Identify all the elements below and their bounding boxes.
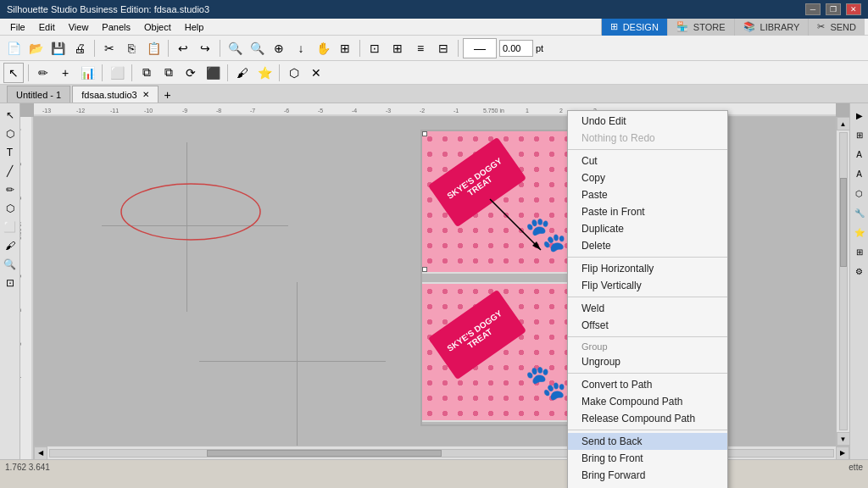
- scroll-up-btn[interactable]: ▲: [837, 117, 850, 130]
- copy-button[interactable]: ⎘: [121, 38, 142, 58]
- tab-fdsaa-close[interactable]: ✕: [142, 90, 149, 99]
- shape-tool[interactable]: ⬡: [2, 200, 19, 217]
- line-type-select[interactable]: —: [463, 38, 497, 58]
- zoom-tool-left[interactable]: 🔍: [2, 256, 19, 273]
- ctx-release-compound-path[interactable]: Release Compound Path: [568, 410, 727, 427]
- design-panel-bottom[interactable]: 🐾 SKYE'S DOGGYTREAT: [420, 282, 577, 422]
- ctx-undo-edit[interactable]: Undo Edit: [568, 113, 727, 130]
- ctx-weld[interactable]: Weld: [568, 300, 727, 317]
- ctx-ungroup[interactable]: Ungroup: [568, 353, 727, 370]
- print-button[interactable]: 🖨: [70, 38, 90, 58]
- ctx-paste[interactable]: Paste: [568, 186, 727, 203]
- ctx-copy[interactable]: Copy: [568, 169, 727, 186]
- menu-help[interactable]: Help: [178, 20, 211, 34]
- design-panel-top[interactable]: 🐾 SKYE'S DOGGYTREAT: [420, 130, 577, 274]
- sidebar-btn-2[interactable]: ⊞: [851, 126, 868, 143]
- line-tool[interactable]: ╱: [2, 163, 19, 180]
- zoom-in-button[interactable]: 🔍: [247, 38, 267, 58]
- grid-button[interactable]: ⊞: [387, 38, 408, 58]
- ctx-convert-to-path[interactable]: Convert to Path: [568, 376, 727, 393]
- nav-tab-library[interactable]: 📚 LIBRARY: [734, 19, 809, 36]
- scroll-left-btn[interactable]: ◀: [34, 446, 47, 460]
- ctx-make-compound-path[interactable]: Make Compound Path: [568, 393, 727, 410]
- open-button[interactable]: 📂: [25, 38, 46, 58]
- add-node-tool[interactable]: +: [55, 63, 75, 83]
- eraser-tool[interactable]: ⬜: [107, 63, 127, 83]
- scroll-down-button[interactable]: ↓: [291, 38, 311, 58]
- menu-view[interactable]: View: [62, 20, 96, 34]
- node-tool[interactable]: ⬡: [2, 125, 19, 142]
- paste-button[interactable]: 📋: [143, 38, 164, 58]
- select-tool[interactable]: ↖: [2, 107, 19, 124]
- tab-fdsaa[interactable]: fdsaa.studio3 ✕: [72, 86, 158, 103]
- eraser-tool-left[interactable]: ⬜: [2, 219, 19, 236]
- ctx-delete[interactable]: Delete: [568, 237, 727, 254]
- ellipse-shape[interactable]: [119, 180, 263, 244]
- line-width-input[interactable]: [499, 40, 533, 57]
- tab-untitled[interactable]: Untitled - 1: [7, 86, 70, 103]
- ctx-paste-in-front[interactable]: Paste in Front: [568, 203, 727, 220]
- flip-tool[interactable]: ⬛: [203, 63, 223, 83]
- text-tool[interactable]: T: [2, 144, 19, 161]
- ctx-send-to-back[interactable]: Send to Back: [568, 433, 727, 450]
- star-tool[interactable]: ⭐: [254, 63, 275, 83]
- redo-button[interactable]: ↪: [195, 38, 215, 58]
- minimize-button[interactable]: ─: [805, 3, 821, 15]
- sidebar-btn-4[interactable]: A: [851, 165, 868, 182]
- sidebar-btn-3[interactable]: A: [851, 146, 868, 163]
- menu-panels[interactable]: Panels: [95, 20, 137, 34]
- ctx-bring-to-front[interactable]: Bring to Front: [568, 450, 727, 467]
- sidebar-btn-9[interactable]: ⚙: [851, 263, 868, 280]
- selection-handle-tl[interactable]: [422, 131, 427, 136]
- menu-edit[interactable]: Edit: [32, 20, 62, 34]
- nav-tab-store[interactable]: 🏪 STORE: [667, 19, 734, 36]
- close-button[interactable]: ✕: [846, 3, 861, 15]
- zoom-out-button[interactable]: 🔍: [225, 38, 245, 58]
- tab-add-button[interactable]: +: [160, 87, 175, 103]
- ctx-flip-h[interactable]: Flip Horizontally: [568, 260, 727, 277]
- crop-tool[interactable]: ⊡: [2, 274, 19, 291]
- sidebar-btn-7[interactable]: ⭐: [851, 224, 868, 241]
- ctx-bring-forward[interactable]: Bring Forward: [568, 467, 727, 484]
- ctx-send-backward[interactable]: Send Backward: [568, 484, 727, 488]
- save-button[interactable]: 💾: [47, 38, 68, 58]
- pencil-tool[interactable]: ✏: [2, 181, 19, 198]
- duplicate-horiz-tool[interactable]: ⧉: [136, 63, 157, 83]
- delete-tool[interactable]: ✕: [306, 63, 326, 83]
- chart-tool[interactable]: 📊: [77, 63, 97, 83]
- ctx-cut[interactable]: Cut: [568, 152, 727, 169]
- draw-tool[interactable]: ✏: [33, 63, 53, 83]
- restore-button[interactable]: ❐: [826, 3, 841, 15]
- duplicate-vert-tool[interactable]: ⧉: [159, 63, 179, 83]
- sidebar-btn-8[interactable]: ⊞: [851, 243, 868, 260]
- rotate-tool[interactable]: ⟳: [181, 63, 201, 83]
- ctx-offset[interactable]: Offset: [568, 317, 727, 334]
- sidebar-btn-1[interactable]: ▶: [851, 107, 868, 124]
- menu-object[interactable]: Object: [137, 20, 178, 34]
- scrollbar-right[interactable]: ▲ ▼: [836, 117, 849, 446]
- nav-tab-design[interactable]: ⊞ DESIGN: [601, 19, 667, 36]
- scroll-thumb-h[interactable]: [207, 450, 442, 457]
- fullscreen-button[interactable]: ⊞: [335, 38, 355, 58]
- scroll-track-v[interactable]: [839, 132, 848, 430]
- snap-button[interactable]: ⊡: [364, 38, 385, 58]
- connect-tool[interactable]: ⬡: [284, 63, 304, 83]
- new-button[interactable]: 📄: [3, 38, 24, 58]
- pan-button[interactable]: ✋: [313, 38, 333, 58]
- align-button[interactable]: ≡: [410, 38, 431, 58]
- scroll-down-btn[interactable]: ▼: [837, 432, 850, 446]
- cut-button[interactable]: ✂: [99, 38, 120, 58]
- pointer-tool[interactable]: ↖: [3, 63, 24, 83]
- menu-file[interactable]: File: [3, 20, 32, 34]
- ctx-flip-v[interactable]: Flip Vertically: [568, 277, 727, 294]
- zoom-fit-button[interactable]: ⊕: [269, 38, 289, 58]
- replicate-button[interactable]: ⊟: [433, 38, 453, 58]
- paint-tool[interactable]: 🖌: [232, 63, 253, 83]
- sidebar-btn-5[interactable]: ⬡: [851, 185, 868, 202]
- nav-tab-send[interactable]: ✂ SEND: [808, 19, 865, 36]
- undo-button[interactable]: ↩: [173, 38, 193, 58]
- sidebar-btn-6[interactable]: 🔧: [851, 204, 868, 221]
- ctx-duplicate[interactable]: Duplicate: [568, 220, 727, 237]
- scroll-right-btn[interactable]: ▶: [836, 446, 849, 460]
- fill-tool[interactable]: 🖌: [2, 237, 19, 254]
